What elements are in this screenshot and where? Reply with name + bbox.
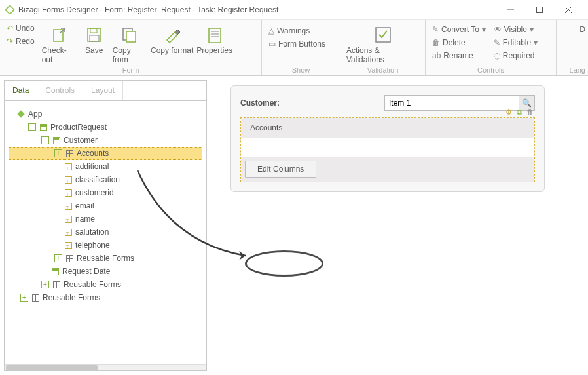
visible-button[interactable]: 👁Visible ▾ xyxy=(491,24,540,35)
tree-classification[interactable]: classification xyxy=(9,173,202,186)
copyformat-button[interactable]: Copy format xyxy=(149,22,196,56)
trash-icon: 🗑 xyxy=(432,38,440,47)
entity-icon xyxy=(39,123,48,132)
trash-icon[interactable]: 🗑 xyxy=(525,108,534,117)
collapse-icon[interactable]: − xyxy=(28,123,36,131)
maximize-button[interactable] xyxy=(525,0,554,20)
calendar-icon xyxy=(50,267,60,276)
ribbon-group-controls-label: Controls xyxy=(426,66,556,75)
dropdown-icon: ▾ xyxy=(534,38,538,47)
copy-icon[interactable]: ⧉ xyxy=(515,108,524,117)
tree-classification-label: classification xyxy=(75,175,120,184)
required-label: Required xyxy=(503,51,535,60)
delete-label: Delete xyxy=(443,38,466,47)
text-icon xyxy=(64,201,73,210)
expand-icon[interactable]: + xyxy=(41,281,49,288)
delete-button[interactable]: 🗑Delete xyxy=(430,37,488,49)
minimize-button[interactable] xyxy=(496,0,525,20)
properties-label: Properties xyxy=(196,46,232,55)
horizontal-scrollbar[interactable] xyxy=(5,364,206,370)
convertto-label: Convert To xyxy=(441,25,479,34)
tree-accounts[interactable]: +Accounts xyxy=(9,147,202,160)
edit-columns-button[interactable]: Edit Columns xyxy=(245,161,316,178)
tree-app[interactable]: App xyxy=(9,108,202,121)
rename-label: Rename xyxy=(443,51,473,60)
undo-button[interactable]: ↶Undo xyxy=(4,22,37,34)
tree-reusable-3[interactable]: +Reusable Forms xyxy=(9,291,202,304)
required-button[interactable]: ◌Required xyxy=(491,50,540,62)
cube-icon xyxy=(16,109,26,119)
redo-button[interactable]: ↷Redo xyxy=(4,35,37,47)
checkout-button[interactable]: Check-out xyxy=(40,22,78,66)
actions-validations-button[interactable]: Actions & Validations xyxy=(344,22,421,66)
warnings-label: Warnings xyxy=(277,26,310,35)
copyfrom-label: Copy from xyxy=(113,46,147,64)
grid-icon xyxy=(52,280,61,289)
tree-customerid-label: customerid xyxy=(75,188,114,197)
properties-button[interactable]: Properties xyxy=(196,22,234,56)
tree-reusable1-label: Reusable Forms xyxy=(77,254,134,263)
formbuttons-button[interactable]: ▭Form Buttons xyxy=(266,38,328,50)
lang-d[interactable]: D xyxy=(579,22,585,34)
visible-label: Visible xyxy=(504,25,527,34)
tree-customerid[interactable]: customerid xyxy=(9,186,202,199)
save-button[interactable]: Save xyxy=(78,22,111,56)
rename-button[interactable]: abRename xyxy=(430,50,488,62)
properties-icon xyxy=(206,24,223,46)
ribbon-group-form: ↶Undo ↷Redo Check-out Save Copy from Cop… xyxy=(0,20,262,75)
tree-accounts-label: Accounts xyxy=(77,149,109,158)
tree-productrequest[interactable]: −ProductRequest xyxy=(9,121,202,134)
scrollbar-thumb[interactable] xyxy=(6,365,98,370)
svg-rect-7 xyxy=(90,35,99,41)
title-bar: Bizagi Forms Designer - Form: Register_R… xyxy=(0,0,588,20)
svg-rect-1 xyxy=(537,7,543,12)
tree-reusable-2[interactable]: +Reusable Forms xyxy=(9,278,202,291)
undo-label: Undo xyxy=(16,24,35,33)
editable-button[interactable]: ✎Editable ▾ xyxy=(491,37,540,49)
warning-icon: △ xyxy=(268,26,274,35)
copyfrom-icon xyxy=(121,24,138,46)
expand-icon[interactable]: + xyxy=(20,294,28,302)
tree-reusable2-label: Reusable Forms xyxy=(64,280,121,289)
svg-rect-10 xyxy=(209,28,221,43)
tree-productrequest-label: ProductRequest xyxy=(50,123,107,132)
table-body xyxy=(241,138,534,157)
accounts-table[interactable]: ⚙ ⧉ 🗑 Accounts Edit Columns xyxy=(240,117,535,182)
tab-controls[interactable]: Controls xyxy=(37,81,83,100)
required-icon: ◌ xyxy=(494,51,500,60)
ribbon-group-controls: ✎Convert To ▾ 🗑Delete abRename 👁Visible … xyxy=(426,20,557,75)
collapse-icon[interactable]: − xyxy=(41,136,49,144)
close-button[interactable] xyxy=(554,0,583,20)
copyfrom-button[interactable]: Copy from xyxy=(111,22,149,66)
tree-telephone-label: telephone xyxy=(75,241,110,250)
checkout-label: Check-out xyxy=(42,46,76,64)
actions-label: Actions & Validations xyxy=(346,46,419,64)
table-header: Accounts xyxy=(241,118,534,138)
tree-email[interactable]: email xyxy=(9,199,202,212)
workspace: Data Controls Layout App −ProductRequest… xyxy=(0,76,588,375)
grid-icon xyxy=(65,254,74,263)
expand-icon[interactable]: + xyxy=(54,254,62,262)
ribbon: ↶Undo ↷Redo Check-out Save Copy from Cop… xyxy=(0,20,588,76)
convertto-button[interactable]: ✎Convert To ▾ xyxy=(430,24,488,35)
customer-input[interactable] xyxy=(384,95,519,111)
tree-telephone[interactable]: telephone xyxy=(9,239,202,252)
ribbon-group-lang: D Lang xyxy=(557,20,588,75)
gear-icon[interactable]: ⚙ xyxy=(504,108,513,117)
tree-name[interactable]: name xyxy=(9,212,202,226)
customer-row: Customer: 🔍 xyxy=(240,95,535,111)
tab-data[interactable]: Data xyxy=(5,81,37,100)
svg-rect-9 xyxy=(126,31,136,42)
undo-icon: ↶ xyxy=(7,24,13,33)
tab-layout[interactable]: Layout xyxy=(83,81,123,100)
warnings-button[interactable]: △Warnings xyxy=(266,25,328,37)
expand-icon[interactable]: + xyxy=(54,149,62,157)
tree-salutation[interactable]: salutation xyxy=(9,226,202,239)
ribbon-group-show-label: Show xyxy=(262,66,340,75)
redo-icon: ↷ xyxy=(7,37,13,46)
svg-rect-6 xyxy=(90,28,97,33)
tree-customer[interactable]: −Customer xyxy=(9,134,202,147)
tree-requestdate[interactable]: Request Date xyxy=(9,265,202,278)
tree-additional[interactable]: additional xyxy=(9,160,202,173)
tree-reusable-1[interactable]: +Reusable Forms xyxy=(9,252,202,265)
